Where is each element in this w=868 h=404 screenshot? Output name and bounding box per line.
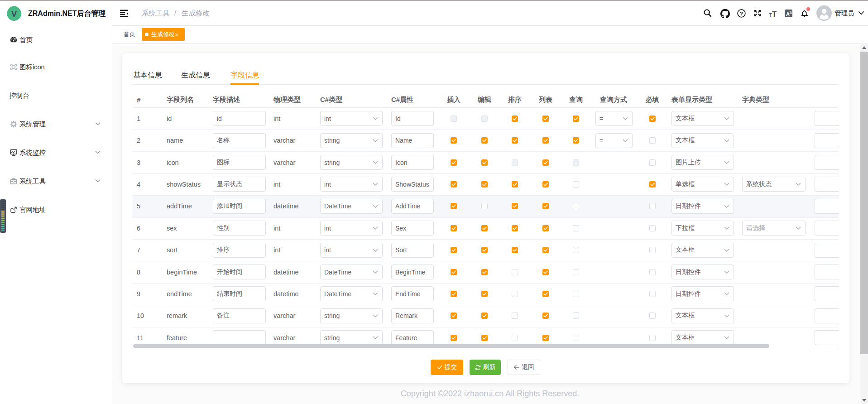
svg-text:T: T bbox=[772, 10, 777, 17]
svg-text:?: ? bbox=[740, 11, 743, 16]
svg-text:V: V bbox=[11, 9, 17, 19]
svg-text:A: A bbox=[786, 11, 790, 17]
